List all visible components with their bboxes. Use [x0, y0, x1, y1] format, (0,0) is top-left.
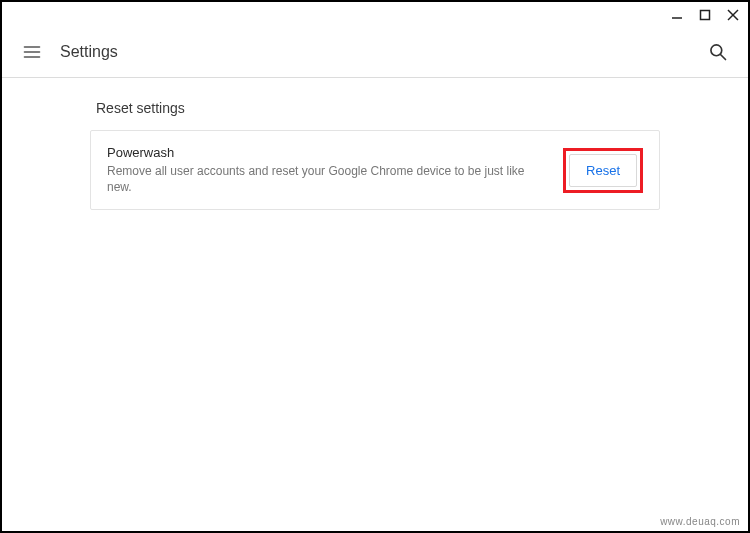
- svg-rect-1: [701, 11, 710, 20]
- watermark: www.deuaq.com: [660, 516, 740, 527]
- minimize-icon[interactable]: [670, 8, 684, 22]
- card-description: Remove all user accounts and reset your …: [107, 164, 551, 195]
- powerwash-card: Powerwash Remove all user accounts and r…: [90, 130, 660, 210]
- reset-highlight-box: Reset: [563, 148, 643, 193]
- page-title: Settings: [60, 43, 118, 61]
- card-title: Powerwash: [107, 145, 551, 160]
- reset-button[interactable]: Reset: [569, 154, 637, 187]
- window-controls: [670, 8, 740, 22]
- app-header: Settings: [2, 26, 748, 78]
- search-icon[interactable]: [708, 42, 728, 62]
- close-icon[interactable]: [726, 8, 740, 22]
- section-title: Reset settings: [96, 100, 660, 116]
- svg-line-5: [721, 54, 726, 59]
- menu-icon[interactable]: [22, 42, 42, 62]
- maximize-icon[interactable]: [698, 8, 712, 22]
- content-area: Reset settings Powerwash Remove all user…: [2, 78, 748, 210]
